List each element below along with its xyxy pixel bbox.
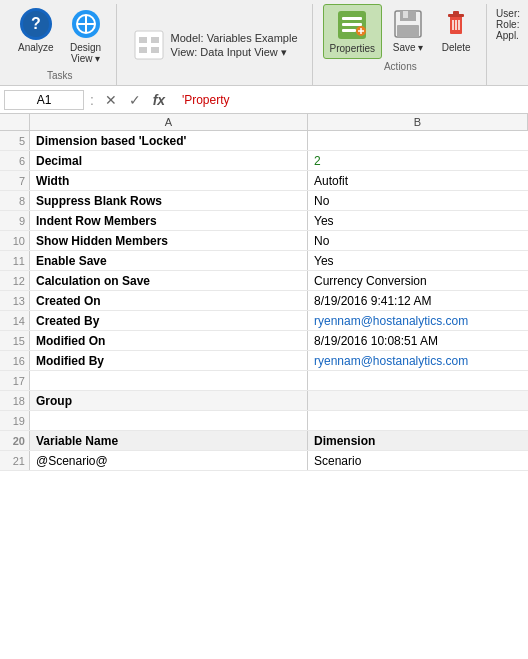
- cell-b[interactable]: 2: [308, 151, 528, 170]
- save-button[interactable]: Save ▾: [386, 4, 430, 57]
- column-headers: A B: [0, 114, 528, 131]
- design-view-button[interactable]: DesignView ▾: [64, 4, 108, 68]
- cell-a[interactable]: Modified By: [30, 351, 308, 370]
- delete-label: Delete: [442, 42, 471, 53]
- cell-a[interactable]: Indent Row Members: [30, 211, 308, 230]
- design-view-label: DesignView ▾: [70, 42, 101, 64]
- row-number: 11: [0, 251, 30, 270]
- table-row[interactable]: 11Enable SaveYes: [0, 251, 528, 271]
- table-row[interactable]: 15Modified On8/19/2016 10:08:51 AM: [0, 331, 528, 351]
- model-button[interactable]: Model: Variables Example View: Data Inpu…: [127, 25, 304, 65]
- cell-b[interactable]: ryennam@hostanalytics.com: [308, 351, 528, 370]
- table-row[interactable]: 21@Scenario@Scenario: [0, 451, 528, 471]
- cell-a[interactable]: Group: [30, 391, 308, 410]
- svg-rect-8: [151, 37, 159, 43]
- ribbon-right-info: User: Role: Appl.: [492, 4, 524, 85]
- cell-a[interactable]: Enable Save: [30, 251, 308, 270]
- table-row[interactable]: 12Calculation on SaveCurrency Conversion: [0, 271, 528, 291]
- col-b-header: B: [308, 114, 528, 130]
- cell-a[interactable]: Created On: [30, 291, 308, 310]
- svg-rect-13: [342, 23, 362, 26]
- cell-b[interactable]: Yes: [308, 211, 528, 230]
- table-row[interactable]: 14Created Byryennam@hostanalytics.com: [0, 311, 528, 331]
- cell-b[interactable]: [308, 391, 528, 410]
- formula-text[interactable]: 'Property: [174, 91, 524, 109]
- analyze-button[interactable]: ? Analyze: [12, 4, 60, 57]
- row-number: 13: [0, 291, 30, 310]
- row-number: 19: [0, 411, 30, 430]
- appl-label: Appl.: [496, 30, 520, 41]
- table-row[interactable]: 13Created On8/19/2016 9:41:12 AM: [0, 291, 528, 311]
- cell-b[interactable]: [308, 411, 528, 430]
- ribbon: ? Analyze Desig: [0, 0, 528, 86]
- ribbon-group-actions: Properties Save ▾: [315, 4, 488, 85]
- cell-a[interactable]: Width: [30, 171, 308, 190]
- cell-b[interactable]: Yes: [308, 251, 528, 270]
- row-number: 16: [0, 351, 30, 370]
- svg-rect-9: [139, 47, 147, 53]
- cell-b[interactable]: Autofit: [308, 171, 528, 190]
- svg-rect-6: [135, 31, 163, 59]
- cell-a[interactable]: Suppress Blank Rows: [30, 191, 308, 210]
- table-row[interactable]: 18Group: [0, 391, 528, 411]
- cell-a[interactable]: Created By: [30, 311, 308, 330]
- analyze-icon: ?: [20, 8, 52, 40]
- cell-a[interactable]: Variable Name: [30, 431, 308, 450]
- cell-a[interactable]: @Scenario@: [30, 451, 308, 470]
- cell-b[interactable]: [308, 131, 528, 150]
- delete-icon: [440, 8, 472, 40]
- cell-b[interactable]: No: [308, 191, 528, 210]
- row-num-corner: [0, 114, 30, 130]
- svg-rect-24: [453, 11, 459, 15]
- cell-b[interactable]: Dimension: [308, 431, 528, 450]
- confirm-icon[interactable]: ✓: [124, 89, 146, 111]
- properties-icon: [336, 9, 368, 41]
- row-number: 6: [0, 151, 30, 170]
- svg-rect-20: [403, 11, 408, 18]
- col-a-header: A: [30, 114, 308, 130]
- table-row[interactable]: 10Show Hidden MembersNo: [0, 231, 528, 251]
- table-row[interactable]: 17: [0, 371, 528, 391]
- cell-b[interactable]: No: [308, 231, 528, 250]
- cell-b[interactable]: [308, 371, 528, 390]
- table-row[interactable]: 7WidthAutofit: [0, 171, 528, 191]
- table-row[interactable]: 16Modified Byryennam@hostanalytics.com: [0, 351, 528, 371]
- table-row[interactable]: 19: [0, 411, 528, 431]
- row-number: 20: [0, 431, 30, 450]
- row-number: 12: [0, 271, 30, 290]
- row-number: 9: [0, 211, 30, 230]
- cell-b[interactable]: Currency Conversion: [308, 271, 528, 290]
- properties-button[interactable]: Properties: [323, 4, 383, 59]
- role-label: Role:: [496, 19, 520, 30]
- cell-a[interactable]: Decimal: [30, 151, 308, 170]
- table-row[interactable]: 20Variable NameDimension: [0, 431, 528, 451]
- model-label: Model: Variables Example: [171, 32, 298, 44]
- cell-a[interactable]: [30, 371, 308, 390]
- cell-a[interactable]: Dimension based 'Locked': [30, 131, 308, 150]
- cell-b[interactable]: 8/19/2016 10:08:51 AM: [308, 331, 528, 350]
- cell-b[interactable]: 8/19/2016 9:41:12 AM: [308, 291, 528, 310]
- cell-b[interactable]: ryennam@hostanalytics.com: [308, 311, 528, 330]
- formula-separator: :: [88, 92, 96, 108]
- table-row[interactable]: 9Indent Row MembersYes: [0, 211, 528, 231]
- row-number: 10: [0, 231, 30, 250]
- cell-a[interactable]: Show Hidden Members: [30, 231, 308, 250]
- cell-a[interactable]: [30, 411, 308, 430]
- table-row[interactable]: 5Dimension based 'Locked': [0, 131, 528, 151]
- cell-a[interactable]: Calculation on Save: [30, 271, 308, 290]
- cell-reference[interactable]: [4, 90, 84, 110]
- analyze-label: Analyze: [18, 42, 54, 53]
- svg-rect-14: [342, 29, 356, 32]
- table-row[interactable]: 8Suppress Blank RowsNo: [0, 191, 528, 211]
- cell-a[interactable]: Modified On: [30, 331, 308, 350]
- tasks-group-title: Tasks: [47, 70, 73, 81]
- fx-icon[interactable]: fx: [148, 89, 170, 111]
- cancel-icon[interactable]: ✕: [100, 89, 122, 111]
- row-number: 8: [0, 191, 30, 210]
- delete-button[interactable]: Delete: [434, 4, 478, 57]
- row-number: 18: [0, 391, 30, 410]
- svg-rect-7: [139, 37, 147, 43]
- ribbon-group-model: Model: Variables Example View: Data Inpu…: [119, 4, 313, 85]
- table-row[interactable]: 6Decimal2: [0, 151, 528, 171]
- cell-b[interactable]: Scenario: [308, 451, 528, 470]
